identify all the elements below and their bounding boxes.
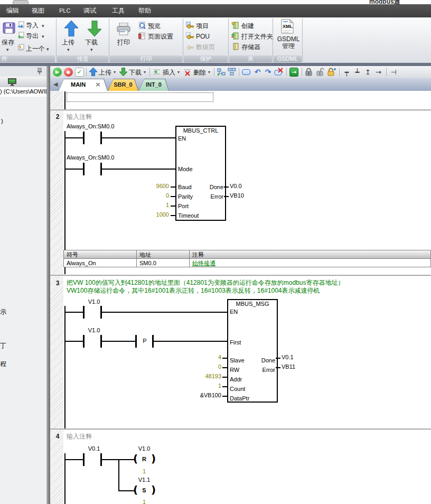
library-open-folder-button[interactable]: 打开文件夹	[241, 33, 273, 40]
download-button[interactable]: 下载	[85, 39, 98, 46]
download-toolbar-icon[interactable]	[119, 68, 128, 77]
previous-button[interactable]: 上一个	[26, 45, 45, 52]
undo-icon[interactable]: ↶	[253, 68, 262, 77]
network-4-comment[interactable]: 输入注释	[67, 433, 92, 441]
network-4-number[interactable]: 4	[52, 433, 63, 440]
network-2-number[interactable]: 2	[52, 113, 63, 120]
menu-item-view[interactable]: 视图	[32, 7, 44, 15]
delete-button[interactable]: 删除	[193, 69, 206, 76]
protect-project-button[interactable]: 项目	[196, 22, 209, 30]
lock-open-icon[interactable]	[316, 68, 325, 77]
net3-dataptr-value[interactable]: &VB100	[174, 392, 221, 399]
menu-item-debug[interactable]: 调试	[83, 7, 96, 15]
net2-parity-value[interactable]: 0	[121, 192, 169, 199]
delete-box-icon[interactable]	[274, 68, 283, 77]
net2-error-operand[interactable]: VB10	[230, 192, 244, 199]
insert-icon[interactable]	[153, 68, 162, 77]
gsdml-manage-button-line1[interactable]: GSDML	[277, 35, 300, 43]
net3-rw-value[interactable]: 0	[174, 363, 221, 370]
net2-done-operand[interactable]: V0.0	[230, 183, 242, 190]
library-create-button[interactable]: 创建	[241, 22, 254, 30]
compile-button[interactable]: ✓	[75, 68, 84, 77]
redo-icon[interactable]: ↷	[264, 68, 273, 77]
panel-splitter[interactable]	[46, 66, 50, 504]
upload-toolbar-icon[interactable]	[89, 68, 98, 77]
net3-slave-value[interactable]: 4	[174, 354, 221, 361]
tab-close-icon[interactable]: ×	[95, 80, 101, 88]
delete-dropdown-icon[interactable]: ▾	[208, 70, 210, 74]
symbol-table-cell-address[interactable]: SM0.0	[136, 258, 190, 267]
net2-contact1[interactable]	[83, 132, 85, 144]
pou-diagram-icon-1[interactable]	[217, 68, 226, 77]
net4-contact[interactable]	[83, 453, 85, 466]
net3-done-operand[interactable]: V0.1	[282, 354, 294, 361]
net4-contact-operand[interactable]: V0.1	[79, 445, 109, 452]
upload-dropdown-icon[interactable]: ▾	[67, 48, 70, 52]
tree-item-fragment-1[interactable]: )	[1, 118, 3, 125]
net2-contact2-operand[interactable]: Always_On:SM0.0	[67, 154, 114, 161]
delete-row-icon[interactable]	[183, 68, 192, 77]
insert-button[interactable]: 插入	[163, 69, 175, 76]
run-button[interactable]: ▶	[53, 68, 62, 77]
upload-toolbar-dropdown-icon[interactable]: ▾	[114, 70, 116, 74]
net3-addr-value[interactable]: 48193	[174, 373, 221, 380]
net4-coil1-count[interactable]: 1	[132, 468, 156, 475]
net4-set-coil[interactable]: ( S )	[132, 484, 156, 498]
network-3-comment-line1[interactable]: 把VW 100的值写入到412801的地址里面（412801为变频器的运行命令存…	[67, 279, 344, 287]
upload-toolbar-button[interactable]: 上传	[99, 69, 111, 76]
save-button[interactable]: 保存	[2, 39, 14, 46]
mbus-msg-block[interactable]: MBUS_MSG EN First Slave RW Addr Count Da…	[227, 299, 278, 403]
net2-port-value[interactable]: 1	[121, 202, 169, 209]
tab-scroll-left-icon[interactable]: ◀	[53, 81, 58, 88]
download-toolbar-button[interactable]: 下载	[129, 69, 142, 76]
mbus-ctrl-block[interactable]: MBUS_CTRL EN Mode Baud Parity Port Timeo…	[175, 126, 226, 221]
export-button[interactable]: 导出	[26, 32, 39, 40]
upload-button[interactable]: 上传	[62, 39, 74, 46]
net1-comment-box[interactable]	[67, 92, 213, 102]
network-2-comment[interactable]: 输入注释	[67, 113, 92, 121]
quick-access-icon[interactable]	[13, 0, 29, 4]
net4-reset-coil[interactable]: ( R )	[132, 453, 156, 466]
net3-contact1[interactable]	[83, 306, 85, 319]
gsdml-xml-icon[interactable]: XML	[281, 19, 294, 34]
contact-element-icon[interactable]: ⊣	[389, 68, 398, 77]
insert-dropdown-icon[interactable]: ▾	[177, 70, 180, 74]
library-memory-button[interactable]: 存储器	[241, 43, 260, 51]
net4-coil2-count[interactable]: 1	[132, 499, 156, 504]
line-up-icon[interactable]: ↥	[363, 68, 372, 77]
net2-contact2[interactable]	[83, 163, 85, 175]
menu-item-plc[interactable]: PLC	[59, 7, 70, 15]
net3-count-value[interactable]: 1	[174, 382, 221, 389]
save-dropdown-icon[interactable]: ▾	[6, 48, 9, 52]
page-setup-button[interactable]: 页面设置	[148, 33, 173, 40]
export-dropdown-icon[interactable]: ▾	[42, 34, 44, 39]
import-dropdown-icon[interactable]: ▾	[42, 24, 44, 29]
symbol-table-cell-comment[interactable]: 始终接通	[189, 258, 431, 267]
print-button[interactable]: 打印	[117, 39, 130, 46]
box-element-icon[interactable]	[242, 69, 250, 75]
tab-main[interactable]: MAIN ×	[58, 79, 108, 91]
net2-contact1-operand[interactable]: Always_On:SM0.0	[67, 123, 114, 130]
network-3-number[interactable]: 3	[52, 279, 63, 287]
preview-button[interactable]: 预览	[148, 22, 161, 30]
symbol-table-cell-symbol[interactable]: Always_On	[63, 258, 137, 267]
menu-item-tools[interactable]: 工具	[112, 7, 125, 15]
download-dropdown-icon[interactable]: ▾	[90, 48, 93, 52]
protect-pou-button[interactable]: POU	[196, 33, 210, 40]
previous-dropdown-icon[interactable]: ▾	[46, 47, 49, 52]
branch-up-icon[interactable]: ┷	[353, 68, 362, 77]
pin-icon[interactable]	[37, 68, 42, 74]
lock-add-icon[interactable]	[327, 68, 336, 77]
download-toolbar-dropdown-icon[interactable]: ▾	[144, 70, 146, 74]
line-right-icon[interactable]: →	[374, 68, 383, 77]
net3-contact2[interactable]	[83, 335, 85, 348]
net3-contact1-operand[interactable]: V1.0	[79, 298, 109, 305]
import-button[interactable]: 导入	[26, 22, 39, 29]
monitor-icon[interactable]	[7, 78, 18, 86]
net3-contact2-operand[interactable]: V1.0	[79, 327, 109, 334]
net2-baud-value[interactable]: 9600	[121, 183, 169, 190]
gsdml-manage-button-line2[interactable]: 管理	[277, 42, 300, 50]
menu-item-help[interactable]: 帮助	[138, 7, 151, 15]
tree-item-project-path[interactable]: ) (C:\Users\AOWID	[0, 87, 46, 97]
net3-error-operand[interactable]: VB11	[282, 363, 295, 370]
